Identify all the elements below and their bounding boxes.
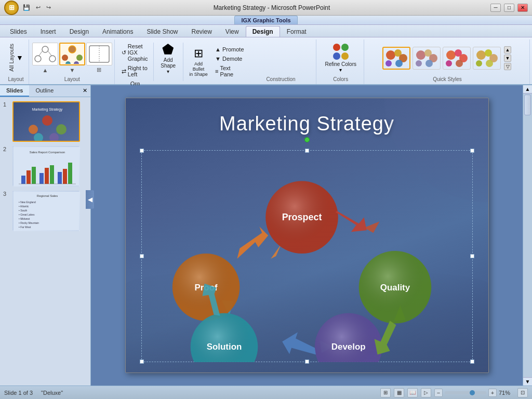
svg-text:Solution: Solution: [206, 342, 242, 352]
add-bullet-icon: ⊞: [194, 47, 203, 60]
scroll-down-button[interactable]: ▼: [523, 377, 532, 385]
slide-item-3[interactable]: 3 Regional Sales • New England • Atlanti…: [3, 191, 87, 231]
save-quick-btn[interactable]: 💾: [21, 3, 32, 12]
layout-group-label: Layout: [8, 76, 23, 83]
layout-thumb-1[interactable]: [32, 43, 58, 65]
titlebar-left: ⊞ 💾 ↩ ↪: [4, 1, 53, 15]
window-title: Marketing Strategy - Microsoft PowerPoin…: [214, 4, 330, 11]
tab-format[interactable]: Format: [280, 26, 313, 37]
svg-rect-43: [32, 167, 36, 184]
layout-scroll-up[interactable]: ▲: [32, 66, 58, 73]
quick-style-1[interactable]: [382, 47, 410, 70]
panel-close-button[interactable]: ✕: [79, 85, 90, 97]
tab-review[interactable]: Review: [184, 26, 218, 37]
slide-item-2[interactable]: 2 Sales Report Comparison: [3, 146, 87, 187]
right-to-left-button[interactable]: ⇄ Right to Left: [119, 64, 151, 78]
rotate-handle[interactable]: [304, 137, 310, 142]
slide-thumb-3[interactable]: Regional Sales • New England • Atlantic …: [12, 191, 80, 231]
slide-thumb-1[interactable]: Marketing Strategy: [12, 101, 80, 142]
tab-animations[interactable]: Animations: [96, 26, 140, 37]
tab-slideshow[interactable]: Slide Show: [140, 26, 184, 37]
svg-rect-42: [26, 170, 31, 184]
add-bullet-button[interactable]: ⊞ Add Bulletin Shape: [186, 45, 211, 79]
svg-point-5: [69, 46, 76, 53]
add-shape-icon: ⬟: [162, 43, 174, 56]
slide-item-1[interactable]: 1 Marketing Strategy: [3, 101, 87, 142]
slide-info: Slide 1 of 3: [4, 390, 33, 396]
zoom-control: − + 71%: [434, 389, 514, 397]
slide-canvas[interactable]: Marketing Strategy: [125, 98, 489, 373]
layout-scroll-down[interactable]: ▼: [59, 66, 85, 73]
quick-style-3[interactable]: [443, 47, 471, 70]
refine-colors-label: Refine Colors: [325, 61, 356, 67]
slide-num-1: 1: [3, 101, 9, 108]
quick-styles-scroll: ▲ ▼ ▽: [503, 45, 512, 71]
tab-design[interactable]: Design: [63, 26, 96, 37]
slides-tabs: Slides Outline ✕: [0, 85, 90, 97]
normal-view-btn[interactable]: ⊞: [380, 388, 391, 397]
content-area: Marketing Strategy: [91, 85, 523, 385]
tab-design-active[interactable]: Design: [246, 26, 280, 37]
slides-tab[interactable]: Slides: [0, 85, 29, 97]
svg-point-16: [395, 60, 403, 67]
svg-text:• Far West: • Far West: [19, 225, 31, 229]
redo-quick-btn[interactable]: ↪: [44, 3, 53, 12]
colors-group-label: Colors: [333, 76, 348, 83]
collapse-panel-button[interactable]: ◀: [86, 190, 94, 209]
slide-thumb-2[interactable]: Sales Report Comparison: [12, 146, 80, 187]
tab-view[interactable]: View: [219, 26, 246, 37]
zoom-thumb[interactable]: [470, 390, 475, 395]
demote-icon: ▼: [215, 56, 221, 62]
scroll-track[interactable]: [523, 94, 532, 377]
close-button[interactable]: ✕: [517, 4, 528, 12]
zoom-out-btn[interactable]: −: [434, 389, 443, 397]
all-layouts-button[interactable]: All Layouts ▼: [5, 41, 26, 75]
quick-style-2[interactable]: [413, 47, 441, 70]
maximize-button[interactable]: □: [504, 4, 514, 12]
outline-tab[interactable]: Outline: [29, 85, 60, 97]
scroll-thumb[interactable]: [524, 95, 531, 115]
slides-list: 1 Marketing Strategy: [0, 97, 90, 385]
svg-point-7: [76, 55, 83, 61]
tab-slides[interactable]: Slides: [3, 26, 34, 37]
demote-button[interactable]: ▼ Demote: [212, 55, 246, 63]
reset-igx-icon: ↺: [122, 49, 126, 56]
add-shape-button[interactable]: ⬟ AddShape ▾: [157, 41, 180, 83]
construction-buttons: ↺ Reset IGX Graphic ⇄ Right to Left 🔷 Or…: [119, 41, 151, 83]
statusbar: Slide 1 of 3 "Deluxe" ⊞ ▦ 📖 ▷ − + 71% ⊡: [0, 385, 532, 399]
layout-scroll-more[interactable]: ⊞: [86, 66, 112, 73]
refine-colors-button[interactable]: Refine Colors ▾: [321, 42, 361, 75]
theme-name: "Deluxe": [41, 390, 63, 396]
undo-quick-btn[interactable]: ↩: [34, 3, 43, 12]
scroll-up-button[interactable]: ▲: [523, 85, 532, 94]
qs-scroll-down[interactable]: ▼: [504, 55, 511, 62]
layout-thumb-3[interactable]: [86, 43, 112, 65]
svg-text:• Rocky Mountain: • Rocky Mountain: [19, 221, 39, 224]
qs-scroll-up[interactable]: ▲: [504, 46, 511, 54]
layout-thumb-2[interactable]: [59, 43, 85, 65]
minimize-button[interactable]: ─: [490, 4, 501, 12]
slide-sorter-btn[interactable]: ▦: [394, 388, 404, 397]
promote-button[interactable]: ▲ Promote: [212, 45, 246, 54]
svg-point-36: [56, 124, 66, 135]
svg-point-0: [42, 46, 48, 52]
svg-point-2: [49, 56, 56, 62]
igx-banner: IGX Graphic Tools: [0, 16, 532, 25]
reading-view-btn[interactable]: 📖: [407, 388, 418, 397]
office-button[interactable]: ⊞: [4, 1, 19, 15]
qs-expand[interactable]: ▽: [504, 63, 511, 70]
tab-insert[interactable]: Insert: [34, 26, 63, 37]
zoom-in-btn[interactable]: +: [488, 389, 497, 397]
svg-point-22: [446, 50, 456, 60]
svg-text:• Atlantic: • Atlantic: [19, 205, 29, 208]
slideshow-btn[interactable]: ▷: [421, 388, 431, 397]
fit-slide-btn[interactable]: ⊡: [517, 388, 528, 397]
quick-style-4[interactable]: [473, 47, 501, 70]
svg-text:Prospect: Prospect: [282, 212, 322, 222]
zoom-slider[interactable]: [445, 391, 486, 394]
svg-text:• Great Lakes: • Great Lakes: [19, 213, 35, 216]
reset-igx-button[interactable]: ↺ Reset IGX Graphic: [119, 42, 151, 63]
svg-line-4: [48, 51, 51, 56]
text-pane-button[interactable]: ≡ Text Pane: [212, 64, 246, 78]
svg-point-34: [42, 115, 52, 126]
